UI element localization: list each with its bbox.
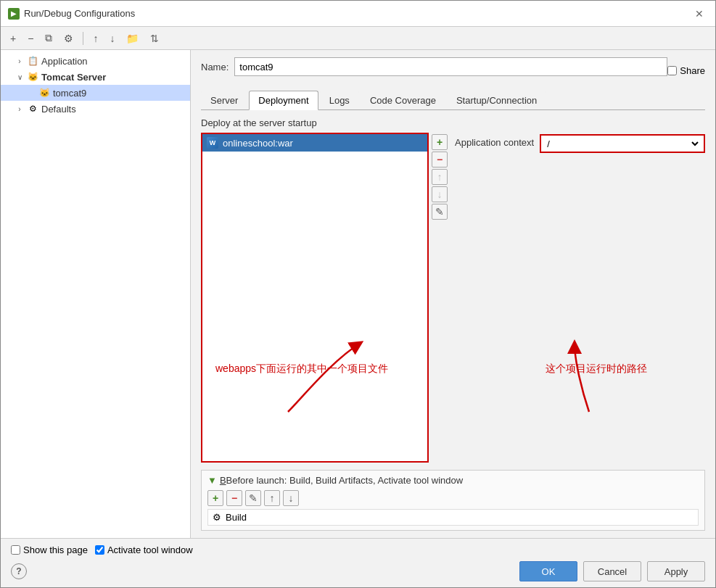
build-label: Build — [226, 512, 247, 523]
close-button[interactable]: ✕ — [691, 7, 708, 21]
deploy-list-item[interactable]: W onlineschool:war — [202, 134, 427, 152]
share-label: Share — [680, 65, 705, 76]
activate-tool-item: Activate tool window — [95, 544, 193, 555]
settings-config-button[interactable]: ⚙ — [60, 30, 77, 46]
help-button[interactable]: ? — [11, 563, 27, 579]
tab-server[interactable]: Server — [201, 91, 247, 109]
tree-item-application[interactable]: › 📋 Application — [1, 53, 190, 69]
run-debug-dialog: ▶ Run/Debug Configurations ✕ + − ⧉ ⚙ ↑ ↓… — [0, 0, 716, 588]
move-down-artifact-button[interactable]: ↓ — [432, 186, 448, 202]
tomcat9-icon: 🐱 — [38, 87, 50, 99]
sort-button[interactable]: ⇅ — [147, 30, 162, 46]
war-icon: W — [207, 137, 218, 149]
build-icon: ⚙ — [213, 512, 221, 523]
deploy-artifact-list[interactable]: W onlineschool:war — [201, 133, 429, 463]
share-checkbox[interactable] — [667, 66, 677, 75]
tree-item-tomcat9[interactable]: 🐱 tomcat9 — [1, 85, 190, 101]
add-config-button[interactable]: + — [7, 30, 20, 46]
tree-label-tomcat9: tomcat9 — [53, 88, 86, 99]
tree-label-tomcat-server: Tomcat Server — [41, 72, 106, 83]
application-icon: 📋 — [27, 55, 38, 67]
down-before-launch-button[interactable]: ↓ — [283, 490, 299, 506]
activate-tool-label: Activate tool window — [107, 544, 193, 555]
app-context-label: Application context — [455, 137, 534, 148]
arrow-icon: › — [15, 57, 24, 65]
config-tabs: Server Deployment Logs Code Coverage Sta… — [201, 91, 705, 110]
ok-button[interactable]: OK — [519, 561, 577, 581]
folder-button[interactable]: 📁 — [123, 30, 142, 46]
main-content: › 📋 Application ∨ 🐱 Tomcat Server 🐱 tomc… — [1, 50, 715, 538]
share-row: Share — [667, 65, 705, 76]
checkbox-row: Show this page Activate tool window — [11, 544, 705, 555]
separator-1 — [83, 32, 83, 45]
remove-before-launch-button[interactable]: − — [226, 490, 242, 506]
title-bar: ▶ Run/Debug Configurations ✕ — [1, 1, 715, 27]
tab-code-coverage[interactable]: Code Coverage — [361, 91, 445, 109]
button-row: ? OK Cancel Apply — [11, 561, 705, 581]
show-page-label: Show this page — [23, 544, 88, 555]
name-label: Name: — [201, 62, 229, 73]
tab-deployment[interactable]: Deployment — [249, 91, 318, 110]
collapse-icon: ▼ — [207, 475, 217, 486]
right-panel: Name: Share Server Deployment Logs Code … — [191, 50, 715, 538]
defaults-icon: ⚙ — [27, 103, 38, 115]
before-launch-toolbar: + − ✎ ↑ ↓ — [207, 490, 699, 506]
config-name-input[interactable] — [234, 57, 667, 76]
tree-label-application: Application — [41, 56, 88, 67]
tomcat-server-icon: 🐱 — [27, 71, 38, 83]
app-context-area: Application context / /onlineschool — [455, 133, 705, 463]
move-down-button[interactable]: ↓ — [106, 30, 118, 46]
show-page-checkbox[interactable] — [11, 545, 20, 555]
app-context-select-wrapper: / /onlineschool — [540, 134, 705, 153]
remove-config-button[interactable]: − — [24, 30, 37, 46]
tree-item-defaults[interactable]: › ⚙ Defaults — [1, 101, 190, 117]
edit-before-launch-button[interactable]: ✎ — [245, 490, 261, 506]
before-launch-section: ▼ BBefore launch: Build, Build Artifacts… — [201, 470, 705, 531]
dialog-icon: ▶ — [8, 8, 20, 20]
cancel-button[interactable]: Cancel — [583, 561, 641, 581]
show-page-item: Show this page — [11, 544, 88, 555]
deployment-content: Deploy at the server startup W onlinesch… — [201, 117, 705, 531]
deploy-list-buttons: + − ↑ ↓ ✎ — [432, 133, 448, 463]
config-tree: › 📋 Application ∨ 🐱 Tomcat Server 🐱 tomc… — [1, 50, 191, 538]
bottom-area: Show this page Activate tool window ? OK… — [1, 538, 715, 587]
move-up-button[interactable]: ↑ — [89, 30, 102, 46]
deploy-list-area: W onlineschool:war + − ↑ ↓ ✎ — [201, 133, 448, 463]
name-row: Name: — [201, 57, 667, 76]
name-share-row: Name: Share — [201, 57, 705, 83]
deploy-main: W onlineschool:war + − ↑ ↓ ✎ — [201, 133, 705, 463]
tab-startup-connection[interactable]: Startup/Connection — [447, 91, 546, 109]
apply-button[interactable]: Apply — [647, 561, 705, 581]
up-before-launch-button[interactable]: ↑ — [264, 490, 280, 506]
dialog-title: Run/Debug Configurations — [24, 8, 135, 19]
tab-logs[interactable]: Logs — [320, 91, 359, 109]
move-up-artifact-button[interactable]: ↑ — [432, 169, 448, 185]
defaults-arrow-icon: › — [15, 105, 24, 113]
tree-item-tomcat-server[interactable]: ∨ 🐱 Tomcat Server — [1, 69, 190, 85]
edit-artifact-button[interactable]: ✎ — [432, 204, 448, 220]
tomcat-arrow-icon: ∨ — [15, 73, 24, 81]
copy-config-button[interactable]: ⧉ — [41, 30, 56, 46]
add-artifact-button[interactable]: + — [432, 134, 448, 150]
add-before-launch-button[interactable]: + — [207, 490, 223, 506]
artifact-label: onlineschool:war — [223, 138, 293, 149]
toolbar: + − ⧉ ⚙ ↑ ↓ 📁 ⇅ — [1, 27, 715, 50]
tree-label-defaults: Defaults — [41, 104, 76, 115]
activate-tool-checkbox[interactable] — [95, 545, 104, 555]
remove-artifact-button[interactable]: − — [432, 152, 448, 167]
app-context-select[interactable]: / /onlineschool — [544, 138, 701, 150]
before-launch-label: BBefore launch: Build, Build Artifacts, … — [220, 475, 463, 486]
build-list-item: ⚙ Build — [207, 509, 699, 526]
before-launch-header: ▼ BBefore launch: Build, Build Artifacts… — [207, 475, 699, 486]
deploy-section-label: Deploy at the server startup — [201, 117, 705, 128]
